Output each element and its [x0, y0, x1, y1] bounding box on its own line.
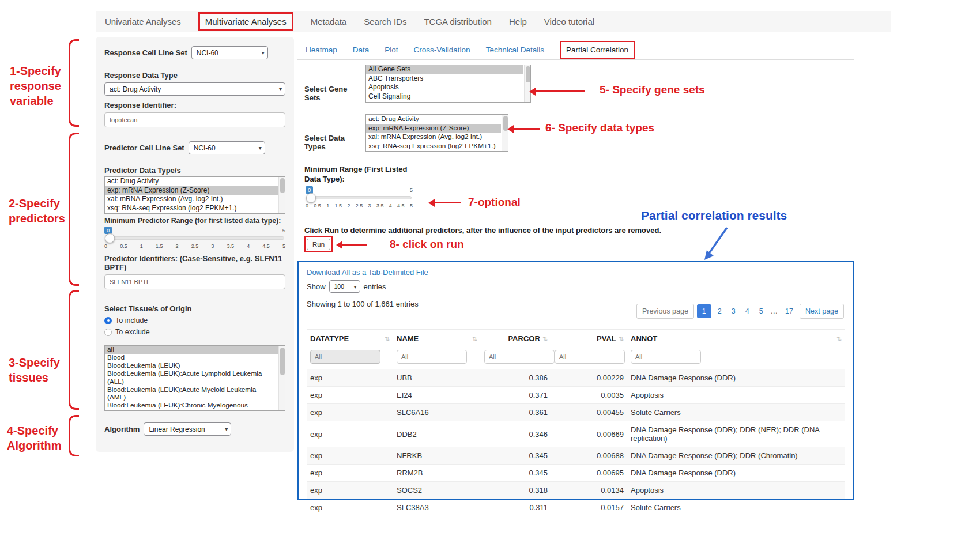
tab-data[interactable]: Data [353, 46, 370, 54]
cell-datatype: exp [307, 465, 393, 482]
nav-search-ids[interactable]: Search IDs [364, 17, 406, 27]
radio-to-exclude[interactable] [104, 329, 112, 336]
scrollbar-thumb[interactable] [280, 348, 285, 375]
algorithm-select[interactable]: Linear Regression [144, 422, 231, 436]
page-button-2[interactable]: 2 [714, 304, 725, 318]
nav-metadata[interactable]: Metadata [311, 17, 347, 27]
min-range-slider[interactable]: 0 5 0 0.5 1 1.5 2 2.5 3 3.5 4 4.5 5 [306, 186, 413, 210]
scrollbar-thumb[interactable] [280, 178, 285, 193]
list-option[interactable]: xai: mRNA Expression (Avg. log2 Int.) [366, 133, 501, 142]
list-option[interactable]: Blood:Leukemia (LEUK):Acute Lymphoid Leu… [105, 370, 278, 386]
filter-datatype-input[interactable] [310, 350, 380, 364]
page-button-1[interactable]: 1 [697, 304, 711, 318]
top-navigation: Univariate Analyses Multivariate Analyse… [96, 11, 891, 32]
list-option[interactable]: Blood [105, 354, 278, 362]
tab-partial-correlation[interactable]: Partial Correlation [560, 41, 635, 59]
slider-track[interactable] [307, 196, 412, 199]
annotation-3-tissues: 3-Specify tissues [9, 355, 60, 385]
page-button-5[interactable]: 5 [756, 304, 767, 318]
list-option[interactable]: all [105, 346, 278, 354]
run-button[interactable]: Run [307, 239, 330, 250]
response-data-type-select[interactable]: act: Drug Activity [104, 82, 285, 96]
next-page-button[interactable]: Next page [800, 304, 844, 319]
column-header-parcor[interactable]: PARCOR [481, 330, 551, 348]
sort-icon[interactable] [542, 334, 548, 343]
gene-sets-listbox[interactable]: All Gene Sets ABC Transporters Apoptosis… [365, 65, 531, 103]
annotation-5-gene-sets: 5- Specify gene sets [600, 83, 705, 97]
column-header-datatype[interactable]: DATATYPE [307, 330, 393, 348]
list-option[interactable]: xsq: RNA-seq Expression (log2 FPKM+1.) [366, 142, 501, 151]
response-cell-line-set-select[interactable]: NCI-60 [191, 46, 268, 59]
table-row: exp SOCS2 0.318 0.0134 Apoptosis [307, 482, 845, 499]
list-option[interactable]: act: Drug Activity [105, 177, 278, 186]
previous-page-button[interactable]: Previous page [636, 304, 694, 319]
nav-help[interactable]: Help [509, 17, 527, 27]
predictor-data-types-listbox[interactable]: act: Drug Activity exp: mRNA Expression … [104, 176, 285, 214]
tissue-listbox[interactable]: all Blood Blood:Leukemia (LEUK) Blood:Le… [104, 345, 285, 411]
slider-handle[interactable] [306, 193, 316, 203]
tab-cross-validation[interactable]: Cross-Validation [414, 46, 470, 54]
tab-plot[interactable]: Plot [385, 46, 398, 54]
filter-pval-input[interactable] [555, 350, 625, 364]
nav-video-tutorial[interactable]: Video tutorial [544, 17, 594, 27]
download-tab-delimited-link[interactable]: Download All as a Tab-Delimited File [307, 268, 845, 277]
page-size-select[interactable]: 100 [329, 280, 360, 293]
scrollbar[interactable] [502, 115, 508, 151]
page-button-3[interactable]: 3 [728, 304, 739, 318]
cell-parcor: 0.311 [481, 499, 551, 516]
list-option[interactable]: act: Drug Activity [366, 115, 501, 124]
scrollbar[interactable] [278, 346, 285, 410]
sort-icon[interactable] [472, 334, 477, 343]
column-header-name[interactable]: NAME [393, 330, 481, 348]
predictor-identifiers-label: Predictor Identifiers: (Case-Sensitive, … [104, 254, 285, 271]
list-option[interactable]: exp: mRNA Expression (Z-Score) [366, 124, 501, 133]
list-option[interactable]: All Gene Sets [366, 65, 523, 74]
list-option[interactable]: Blood:Leukemia (LEUK):Chronic Myelogenou… [105, 402, 278, 411]
nav-univariate-analyses[interactable]: Univariate Analyses [105, 17, 181, 27]
list-option[interactable]: exp: mRNA Expression (Z-Score) [105, 186, 278, 195]
column-header-annot[interactable]: ANNOT [627, 330, 845, 348]
list-option[interactable]: Cell Signaling [366, 92, 523, 101]
cell-pval: 0.00669 [551, 421, 627, 447]
nav-tcga-distribution[interactable]: TCGA distribution [424, 17, 492, 27]
column-header-pval[interactable]: PVAL [551, 330, 627, 348]
cell-parcor: 0.345 [481, 447, 551, 465]
cell-datatype: exp [307, 499, 393, 516]
min-predictor-range-slider[interactable]: 0 5 0 0.5 1 1.5 2 2.5 3 3.5 4 4.5 5 [104, 227, 285, 251]
run-button-highlight: Run [304, 236, 333, 252]
nav-multivariate-analyses[interactable]: Multivariate Analyses [198, 12, 293, 31]
slider-track[interactable] [105, 236, 284, 240]
cell-parcor: 0.361 [481, 404, 551, 421]
filter-parcor-input[interactable] [484, 350, 555, 364]
data-types-listbox[interactable]: act: Drug Activity exp: mRNA Expression … [365, 114, 508, 152]
tab-heatmap[interactable]: Heatmap [306, 46, 337, 54]
cell-parcor: 0.386 [481, 369, 551, 387]
list-option[interactable]: xsq: RNA-seq Expression (log2 FPKM+1.) [105, 204, 278, 213]
radio-to-include[interactable] [104, 317, 112, 324]
list-option[interactable]: Apoptosis [366, 83, 523, 92]
sort-icon[interactable] [836, 334, 842, 343]
sort-icon[interactable] [619, 334, 624, 343]
list-option[interactable]: xai: mRNA Expression (Avg. log2 Int.) [105, 195, 278, 204]
response-identifier-input[interactable] [104, 112, 285, 127]
predictor-cell-line-set-select[interactable]: NCI-60 [189, 141, 265, 154]
cell-pval: 0.0134 [551, 482, 627, 499]
predictor-identifiers-input[interactable] [104, 274, 285, 289]
sort-icon[interactable] [385, 334, 390, 343]
page-button-17[interactable]: 17 [782, 304, 797, 318]
tab-technical-details[interactable]: Technical Details [486, 46, 544, 54]
scrollbar-thumb[interactable] [526, 66, 530, 82]
scrollbar[interactable] [278, 177, 285, 213]
slider-handle[interactable] [105, 233, 115, 243]
page-button-4[interactable]: 4 [742, 304, 753, 318]
input-sidebar: Response Cell Line Set NCI-60 Response D… [96, 37, 294, 452]
filter-name-input[interactable] [397, 350, 467, 364]
list-option[interactable]: Blood:Leukemia (LEUK):Acute Myeloid Leuk… [105, 386, 278, 402]
cell-datatype: exp [307, 482, 393, 499]
filter-annot-input[interactable] [631, 350, 701, 364]
list-option[interactable]: ABC Transporters [366, 74, 523, 84]
scrollbar[interactable] [524, 65, 530, 102]
list-option[interactable]: Blood:Leukemia (LEUK) [105, 362, 278, 370]
response-data-type-label: Response Data Type [104, 71, 285, 80]
data-types-field: Select Data Types act: Drug Activity exp… [304, 114, 508, 152]
